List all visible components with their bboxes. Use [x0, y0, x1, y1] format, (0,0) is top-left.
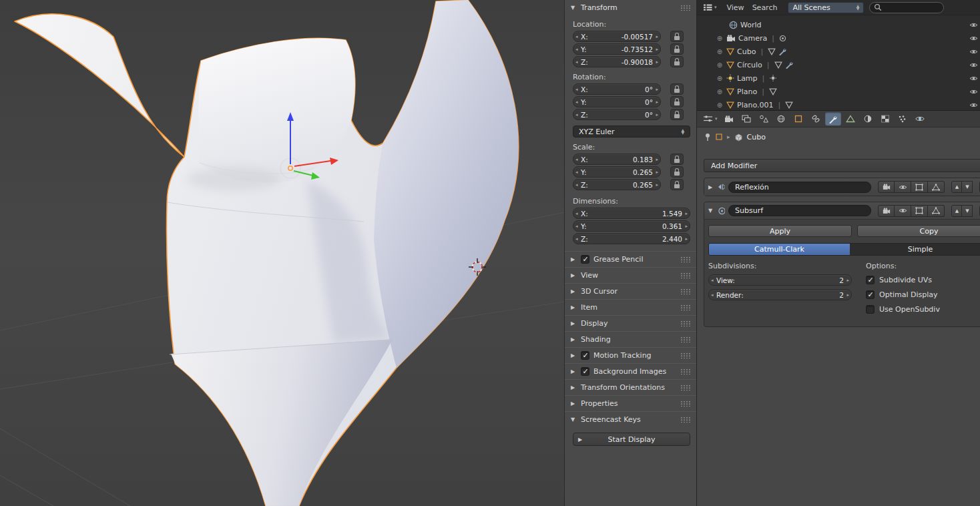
tab-render[interactable]: [721, 112, 737, 125]
tab-texture[interactable]: [877, 112, 893, 125]
outliner-item-cubo[interactable]: ⊕ Cubo |: [697, 45, 980, 58]
panel-display[interactable]: ▶ Display: [565, 315, 696, 331]
tab-object-data[interactable]: [842, 112, 859, 125]
expand-plus-icon[interactable]: ⊕: [716, 75, 724, 82]
visibility-eye-icon[interactable]: [969, 35, 978, 43]
increment-arrow-icon[interactable]: ▸: [656, 47, 658, 52]
tab-world[interactable]: [773, 112, 789, 125]
scale-x-field[interactable]: ◂ X: 0.183 ▸: [573, 154, 661, 165]
location-x-lock-button[interactable]: [670, 31, 684, 42]
increment-arrow-icon[interactable]: ▸: [656, 59, 658, 65]
scene-filter-dropdown[interactable]: All Scenes ▲▼: [788, 2, 864, 13]
visibility-eye-icon[interactable]: [969, 21, 978, 30]
camera-data-icon[interactable]: [779, 35, 786, 42]
mesh-data-icon[interactable]: [774, 61, 782, 69]
panel-grip-icon[interactable]: [680, 256, 690, 262]
simple-option[interactable]: Simple: [850, 244, 980, 255]
increment-arrow-icon[interactable]: ▸: [656, 34, 658, 39]
panel-transform-orientations[interactable]: ▶ Transform Orientations: [565, 379, 696, 395]
optimal-display-option[interactable]: Optimal Display: [866, 289, 940, 300]
panel-grip-icon[interactable]: [680, 5, 690, 11]
decrement-arrow-icon[interactable]: ◂: [711, 292, 714, 298]
rotation-mode-dropdown[interactable]: XYZ Euler ▲▼: [573, 125, 690, 138]
panel-grip-icon[interactable]: [680, 320, 690, 326]
panel-grip-icon[interactable]: [680, 417, 690, 423]
tab-constraints[interactable]: [808, 112, 824, 125]
render-visibility-button[interactable]: [878, 205, 895, 217]
search-menu[interactable]: Search: [752, 3, 778, 12]
visibility-eye-icon[interactable]: [969, 88, 978, 97]
decrement-arrow-icon[interactable]: ◂: [575, 157, 578, 162]
expand-plus-icon[interactable]: ⊕: [716, 48, 724, 55]
decrement-arrow-icon[interactable]: ◂: [575, 224, 578, 229]
motion-tracking-checkbox[interactable]: [581, 351, 589, 360]
panel-motion-tracking[interactable]: ▶ Motion Tracking: [565, 347, 696, 363]
use-opensubdiv-checkbox[interactable]: [866, 305, 875, 314]
visibility-eye-icon[interactable]: [969, 75, 978, 83]
rotation-z-field[interactable]: ◂ Z: 0° ▸: [573, 109, 661, 120]
panel-item[interactable]: ▶ Item: [565, 299, 696, 315]
panel-shading[interactable]: ▶ Shading: [565, 331, 696, 347]
cage-display-button[interactable]: [928, 181, 945, 193]
editor-type-selector[interactable]: ▾: [701, 114, 720, 123]
expand-plus-icon[interactable]: ⊕: [716, 61, 724, 69]
tab-scene[interactable]: [756, 112, 772, 125]
transform-panel-header[interactable]: ▼ Transform: [565, 0, 696, 15]
viewport-canvas[interactable]: [0, 0, 564, 506]
dimensions-z-field[interactable]: ◂ Z: 2.440 ▸: [573, 233, 690, 244]
decrement-arrow-icon[interactable]: ◂: [711, 278, 714, 283]
panel-view[interactable]: ▶ View: [565, 267, 696, 283]
panel-properties[interactable]: ▶ Properties: [565, 395, 696, 411]
scale-y-field[interactable]: ◂ Y: 0.265 ▸: [573, 166, 661, 178]
start-display-button[interactable]: ▶ Start Display: [573, 433, 690, 446]
mesh-data-icon[interactable]: [769, 88, 777, 95]
viewport-visibility-button[interactable]: [895, 205, 911, 217]
view-menu[interactable]: View: [727, 3, 744, 12]
modifier-wrench-icon[interactable]: [778, 47, 786, 55]
decrement-arrow-icon[interactable]: ◂: [575, 170, 578, 175]
panel-grip-icon[interactable]: [680, 272, 690, 278]
viewport-visibility-button[interactable]: [895, 181, 911, 193]
tab-material[interactable]: [860, 112, 876, 125]
view-subdivisions-field[interactable]: ◂ View: 2 ▸: [708, 274, 852, 286]
subdivide-uvs-checkbox[interactable]: [866, 276, 875, 284]
visibility-eye-icon[interactable]: [969, 48, 978, 57]
outliner-item-plano[interactable]: ⊕ Plano |: [697, 85, 980, 98]
scale-z-lock-button[interactable]: [670, 179, 684, 190]
add-modifier-button[interactable]: Add Modifier: [704, 159, 980, 172]
outliner-item-lamp[interactable]: ⊕ Lamp |: [697, 71, 980, 85]
decrement-arrow-icon[interactable]: ◂: [575, 59, 578, 65]
location-z-lock-button[interactable]: [670, 56, 684, 67]
decrement-arrow-icon[interactable]: ◂: [575, 34, 578, 39]
decrement-arrow-icon[interactable]: ◂: [575, 87, 578, 92]
panel-grip-icon[interactable]: [680, 368, 690, 374]
move-up-button[interactable]: ▲: [951, 205, 962, 217]
outliner-search-input[interactable]: [869, 2, 944, 13]
modifier-subsurf-header[interactable]: ▼ Subsurf ▲ ▼ ×: [704, 202, 980, 220]
panel-grease-pencil[interactable]: ▶ Grease Pencil: [565, 251, 696, 267]
use-opensubdiv-option[interactable]: Use OpenSubdiv: [866, 304, 940, 315]
move-up-button[interactable]: ▲: [951, 181, 962, 193]
breadcrumb-object-name[interactable]: Cubo: [747, 133, 766, 142]
modifier-wrench-icon[interactable]: [785, 61, 793, 69]
tab-modifiers[interactable]: [825, 112, 841, 125]
tab-render-layers[interactable]: [738, 112, 754, 125]
grease-pencil-checkbox[interactable]: [581, 255, 589, 264]
rotation-x-lock-button[interactable]: [670, 83, 684, 95]
scale-z-field[interactable]: ◂ Z: 0.265 ▸: [573, 179, 661, 190]
subdivide-uvs-option[interactable]: Subdivide UVs: [866, 274, 940, 286]
increment-arrow-icon[interactable]: ▸: [846, 292, 849, 298]
increment-arrow-icon[interactable]: ▸: [846, 278, 849, 283]
3d-viewport[interactable]: [0, 0, 564, 506]
apply-button[interactable]: Apply: [708, 225, 852, 237]
increment-arrow-icon[interactable]: ▸: [656, 87, 658, 92]
rotation-x-field[interactable]: ◂ X: 0° ▸: [573, 83, 661, 95]
panel-grip-icon[interactable]: [680, 385, 690, 391]
rotation-z-lock-button[interactable]: [670, 109, 684, 120]
panel-grip-icon[interactable]: [680, 401, 690, 407]
dimensions-x-field[interactable]: ◂ X: 1.549 ▸: [573, 208, 690, 219]
modifier-name-field[interactable]: Reflexión: [728, 182, 871, 193]
render-subdivisions-field[interactable]: ◂ Render: 2 ▸: [708, 289, 852, 300]
increment-arrow-icon[interactable]: ▸: [656, 157, 658, 162]
tab-object[interactable]: [790, 112, 806, 125]
